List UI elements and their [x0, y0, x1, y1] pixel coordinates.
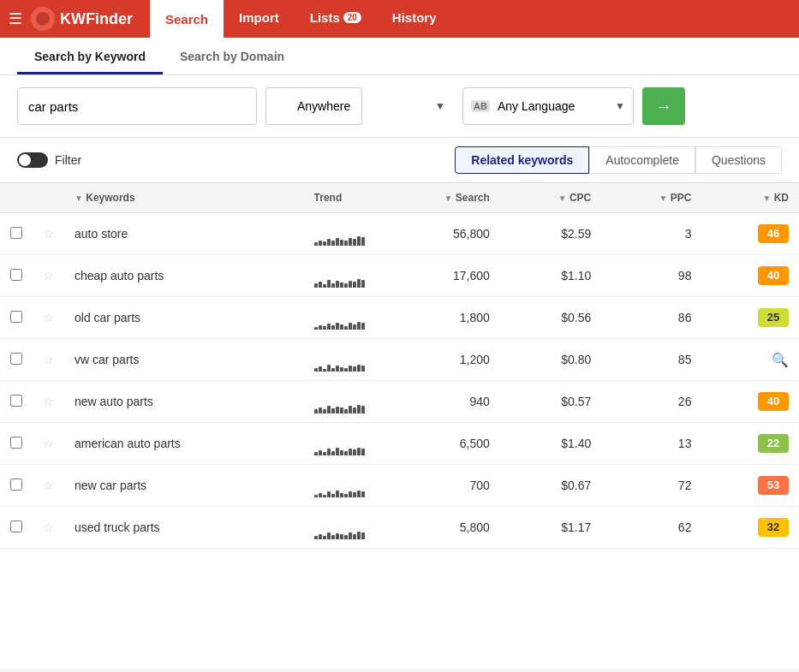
keyword-tab-related[interactable]: Related keywords [455, 146, 589, 174]
filter-toggle[interactable] [17, 152, 48, 168]
search-tab-domain[interactable]: Search by Domain [163, 38, 301, 74]
search-tab-keyword[interactable]: Search by Keyword [17, 38, 163, 74]
filter-label[interactable]: Filter [55, 153, 81, 167]
keyword-cell: used truck parts [64, 507, 304, 549]
trend-bar [323, 284, 326, 288]
keyword-tabs: Related keywordsAutocompleteQuestions [455, 146, 782, 174]
trend-bar [344, 409, 348, 413]
trend-bar [361, 323, 365, 330]
trend-bar [340, 282, 343, 288]
table-body: ☆auto store56,800$2.59346☆cheap auto par… [0, 213, 799, 549]
location-wrapper: 📍 Anywhere ▼ [265, 87, 454, 125]
kd-cell: 🔍 [701, 339, 799, 381]
star-icon[interactable]: ☆ [43, 269, 54, 282]
trend-bar [314, 242, 318, 246]
trend-cell [304, 465, 375, 507]
trend-bar [349, 449, 352, 455]
trend-bar [357, 405, 361, 413]
hamburger-icon[interactable]: ☰ [9, 9, 22, 28]
table-container: ▼ KeywordsTrend▼ Search▼ CPC▼ PPC▼ KD ☆a… [0, 183, 799, 669]
table-row: ☆cheap auto parts17,600$1.109840 [0, 255, 799, 297]
logo-icon [31, 7, 55, 31]
keyword-tab-questions[interactable]: Questions [695, 146, 782, 174]
trend-bar [319, 325, 322, 330]
search-volume-cell: 1,200 [375, 339, 500, 381]
trend-bar [314, 368, 318, 372]
row-checkbox[interactable] [10, 479, 22, 491]
trend-bar [336, 238, 339, 246]
ppc-cell: 86 [601, 297, 701, 339]
topnav-link-lists[interactable]: Lists20 [295, 0, 377, 38]
row-checkbox[interactable] [10, 311, 22, 323]
topnav-link-import[interactable]: Import [224, 0, 295, 38]
col-header-ppc[interactable]: ▼ PPC [601, 183, 701, 213]
trend-bar [357, 322, 361, 330]
trend-bar [361, 449, 365, 455]
row-checkbox[interactable] [10, 437, 22, 449]
col-header-cpc[interactable]: ▼ CPC [500, 183, 601, 213]
cpc-cell: $0.80 [500, 339, 601, 381]
trend-bar [357, 491, 361, 497]
ppc-cell: 26 [601, 381, 701, 423]
ppc-cell: 98 [601, 255, 701, 297]
kd-badge: 22 [758, 434, 789, 453]
topnav-link-search[interactable]: Search [150, 0, 224, 38]
logo-inner [36, 12, 50, 26]
star-icon[interactable]: ☆ [43, 479, 54, 492]
kd-cell: 40 [701, 255, 799, 297]
ppc-cell: 85 [601, 339, 701, 381]
row-checkbox[interactable] [10, 395, 22, 407]
kd-badge: 32 [758, 518, 789, 537]
star-icon[interactable]: ☆ [43, 437, 54, 450]
trend-bar [344, 241, 348, 246]
col-header-kd[interactable]: ▼ KD [701, 183, 799, 213]
trend-bar [340, 450, 343, 455]
trend-bar [323, 495, 326, 497]
trend-bar [323, 326, 326, 330]
trend-bar [336, 281, 339, 288]
cpc-cell: $2.59 [500, 213, 601, 255]
location-select[interactable]: Anywhere [265, 87, 362, 125]
trend-cell [304, 255, 375, 297]
trend-bar [349, 532, 352, 539]
row-checkbox[interactable] [10, 269, 22, 281]
keyword-tab-autocomplete[interactable]: Autocomplete [589, 146, 695, 174]
trend-bar [349, 238, 352, 246]
search-volume-cell: 56,800 [375, 213, 500, 255]
row-checkbox[interactable] [10, 520, 22, 532]
trend-bar [336, 533, 339, 539]
star-icon[interactable]: ☆ [43, 520, 54, 534]
trend-bar [357, 279, 361, 288]
trend-bar [353, 407, 356, 413]
col-header-keyword[interactable]: ▼ Keywords [64, 183, 304, 213]
kd-cell: 46 [701, 213, 799, 255]
table-row: ☆vw car parts1,200$0.8085🔍 [0, 339, 799, 381]
star-icon[interactable]: ☆ [43, 353, 54, 366]
cpc-cell: $0.57 [500, 381, 601, 423]
language-select[interactable]: Any Language [462, 87, 634, 125]
trend-bar [361, 280, 365, 288]
location-dropdown-icon: ▼ [435, 100, 445, 112]
star-icon[interactable]: ☆ [43, 395, 54, 408]
search-go-button[interactable]: → [642, 87, 685, 125]
star-icon[interactable]: ☆ [43, 227, 54, 241]
trend-bar [323, 241, 326, 246]
keyword-input[interactable] [17, 87, 257, 125]
trend-bar [344, 368, 348, 372]
toggle-knob [19, 154, 31, 166]
trend-bar [336, 448, 339, 455]
kd-cell: 53 [701, 465, 799, 507]
topnav-link-history[interactable]: History [377, 0, 452, 38]
star-icon[interactable]: ☆ [43, 311, 54, 324]
trend-bar [331, 325, 335, 330]
trend-bar [314, 495, 318, 497]
keyword-cell: vw car parts [64, 339, 304, 381]
ppc-cell: 62 [601, 507, 701, 549]
row-checkbox[interactable] [10, 227, 22, 239]
col-header-search[interactable]: ▼ Search [375, 183, 500, 213]
trend-bar [331, 283, 335, 288]
trend-bar [357, 236, 361, 246]
ppc-cell: 3 [601, 213, 701, 255]
kd-badge: 53 [758, 476, 789, 495]
row-checkbox[interactable] [10, 353, 22, 365]
